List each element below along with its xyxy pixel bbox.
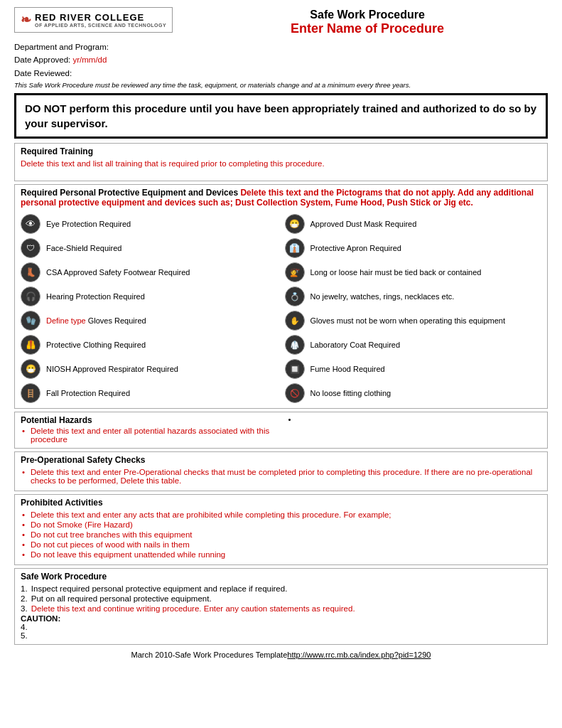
jewelry-icon: 💍	[285, 287, 305, 306]
safe-work-item-5: 5.	[21, 631, 541, 640]
caution-label: CAUTION:	[21, 614, 541, 623]
gloves-icon: 🧤	[21, 311, 40, 331]
ppe-section: Required Personal Protective Equipment a…	[14, 184, 548, 409]
warning-box: DO NOT perform this procedure until you …	[14, 93, 548, 139]
ppe-item: 🚫 No loose fitting clothing	[285, 381, 542, 405]
ppe-item: 👁 Eye Protection Required	[21, 212, 278, 236]
prohibited-section: Prohibited Activities Delete this text a…	[14, 494, 548, 565]
date-reviewed-line: Date Reviewed:	[14, 67, 548, 80]
prohibited-header: Prohibited Activities	[15, 495, 547, 509]
dust-mask-icon: 😷	[285, 214, 305, 234]
list-item: Do not leave this equipment unattended w…	[21, 550, 541, 559]
protective-clothing-icon: 🦺	[21, 335, 40, 355]
potential-hazards-right-list	[287, 415, 542, 424]
respirator-icon: 😷	[21, 359, 40, 379]
no-loose-clothing-icon: 🚫	[285, 383, 305, 403]
college-sub: of Applied Arts, Science and Technology	[35, 23, 166, 28]
list-item	[287, 415, 542, 424]
ppe-item: 🦺 Protective Clothing Required	[21, 333, 278, 357]
ppe-item: 🧤 Define type Gloves Required	[21, 309, 278, 333]
warning-text: DO NOT perform this procedure until you …	[25, 101, 537, 131]
safe-work-header: Safe Work Procedure	[15, 569, 547, 583]
potential-hazards-header: Potential Hazards	[21, 415, 276, 427]
pre-operational-section: Pre-Operational Safety Checks Delete thi…	[14, 451, 548, 491]
fall-protection-icon: 🪜	[21, 383, 40, 403]
list-item: Delete this text and enter Pre-Operation…	[21, 468, 541, 485]
college-name: Red River College	[35, 12, 166, 23]
safe-work-item-4: 4.	[21, 623, 541, 631]
safe-work-section: Safe Work Procedure 1. Inspect required …	[14, 568, 548, 645]
ppe-item: 💍 No jewelry, watches, rings, necklaces …	[285, 284, 542, 309]
list-item: 3. Delete this text and continue writing…	[21, 604, 541, 613]
potential-hazards-section: Potential Hazards Delete this text and e…	[14, 412, 548, 449]
hair-icon: 💇	[285, 262, 305, 282]
list-item: Do not cut tree branches with this equip…	[21, 530, 541, 539]
face-shield-icon: 🛡	[21, 238, 40, 258]
safe-work-list: 1. Inspect required personal protective …	[21, 584, 541, 613]
ppe-item: 💇 Long or loose hair must be tied back o…	[285, 260, 542, 284]
ppe-item: 🪜 Fall Protection Required	[21, 381, 278, 405]
ppe-header: Required Personal Protective Equipment a…	[21, 188, 541, 208]
lab-coat-icon: 🥼	[285, 335, 305, 355]
date-approved-value: yr/mm/dd	[72, 55, 107, 64]
header: ❧ Red River College of Applied Arts, Sci…	[14, 7, 548, 36]
page: ❧ Red River College of Applied Arts, Sci…	[0, 0, 562, 728]
list-item: Do not cut pieces of wood with nails in …	[21, 540, 541, 549]
logo-box: ❧ Red River College of Applied Arts, Sci…	[14, 7, 173, 33]
title-sub: Enter Name of Procedure	[187, 21, 548, 36]
required-training-section: Required Training Delete this text and l…	[14, 143, 548, 181]
ppe-right-col: 😷 Approved Dust Mask Required 👔 Protecti…	[285, 212, 542, 405]
list-item: Delete this text and enter all potential…	[21, 427, 276, 444]
list-item: 1. Inspect required personal protective …	[21, 584, 541, 593]
list-item: Do not Smoke (Fire Hazard)	[21, 520, 541, 529]
required-training-content: Delete this text and list all training t…	[21, 159, 541, 168]
no-gloves-icon: ✋	[285, 311, 305, 331]
apron-icon: 👔	[285, 238, 305, 258]
ppe-item: 😷 Approved Dust Mask Required	[285, 212, 542, 236]
ppe-item: 🛡 Face-Shield Required	[21, 236, 278, 260]
fume-hood-icon: 🔲	[285, 359, 305, 379]
ppe-item: 👢 CSA Approved Safety Footwear Required	[21, 260, 278, 284]
list-item: 2. Put on all required personal protecti…	[21, 594, 541, 603]
ppe-left-col: 👁 Eye Protection Required 🛡 Face-Shield …	[21, 212, 278, 405]
pre-operational-list: Delete this text and enter Pre-Operation…	[21, 468, 541, 485]
pre-operational-header: Pre-Operational Safety Checks	[15, 452, 547, 466]
footer-link[interactable]: http://www.rrc.mb.ca/index.php?pid=1290	[287, 651, 431, 659]
logo-name: ❧ Red River College of Applied Arts, Sci…	[21, 12, 166, 28]
eye-protection-icon: 👁	[21, 214, 40, 234]
footer-text: March 2010-Safe Work Procedures Template	[131, 651, 288, 659]
hearing-icon: 🎧	[21, 287, 40, 306]
footwear-icon: 👢	[21, 262, 40, 282]
dept-info: Department and Program: Date Approved: y…	[14, 41, 548, 90]
ppe-item: 😷 NIOSH Approved Respirator Required	[21, 357, 278, 381]
required-training-header: Required Training	[15, 144, 547, 158]
list-item: Delete this text and enter any acts that…	[21, 510, 541, 519]
ppe-item: 🔲 Fume Hood Required	[285, 357, 542, 381]
ppe-item: 🥼 Laboratory Coat Required	[285, 333, 542, 357]
header-titles: Safe Work Procedure Enter Name of Proced…	[187, 7, 548, 36]
date-approved-line: Date Approved: yr/mm/dd	[14, 53, 548, 66]
potential-hazards-list: Delete this text and enter all potential…	[21, 427, 276, 444]
footer: March 2010-Safe Work Procedures Template…	[14, 651, 548, 659]
title-main: Safe Work Procedure	[187, 9, 548, 21]
dept-line: Department and Program:	[14, 41, 548, 53]
ppe-item: 🎧 Hearing Protection Required	[21, 284, 278, 309]
ppe-item: 👔 Protective Apron Required	[285, 236, 542, 260]
review-note: This Safe Work Procedure must be reviewe…	[14, 80, 548, 90]
ppe-grid: 👁 Eye Protection Required 🛡 Face-Shield …	[21, 212, 541, 405]
logo-leaf-icon: ❧	[21, 12, 31, 28]
prohibited-list: Delete this text and enter any acts that…	[21, 510, 541, 559]
ppe-item: ✋ Gloves must not be worn when operating…	[285, 309, 542, 333]
